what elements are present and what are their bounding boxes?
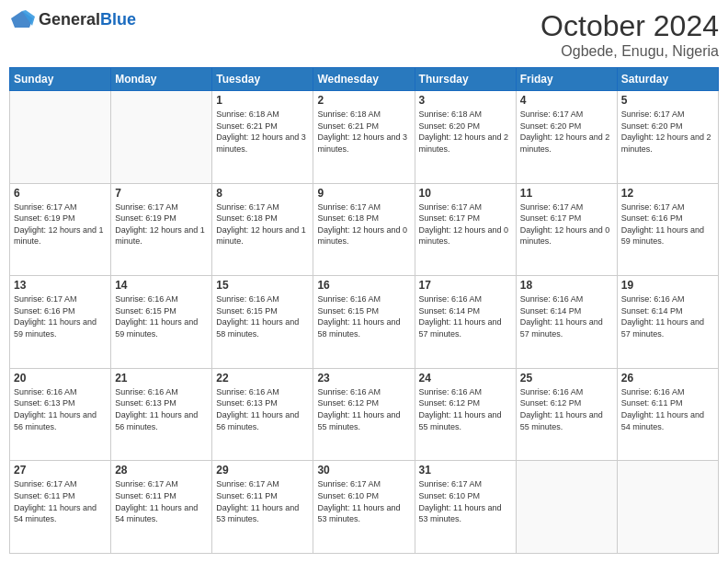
- calendar-cell: 17Sunrise: 6:16 AMSunset: 6:14 PMDayligh…: [415, 276, 516, 369]
- day-info: Sunrise: 6:17 AMSunset: 6:19 PMDaylight:…: [14, 201, 107, 247]
- month-title: October 2024: [540, 9, 719, 43]
- weekday-header: Sunday: [10, 68, 111, 91]
- day-number: 30: [317, 464, 410, 477]
- calendar-cell: 21Sunrise: 6:16 AMSunset: 6:13 PMDayligh…: [111, 368, 212, 461]
- day-info: Sunrise: 6:17 AMSunset: 6:18 PMDaylight:…: [317, 201, 410, 247]
- day-number: 8: [216, 187, 309, 200]
- calendar-cell: 29Sunrise: 6:17 AMSunset: 6:11 PMDayligh…: [212, 461, 313, 554]
- day-info: Sunrise: 6:16 AMSunset: 6:14 PMDaylight:…: [520, 293, 613, 339]
- calendar-cell: 20Sunrise: 6:16 AMSunset: 6:13 PMDayligh…: [10, 368, 111, 461]
- day-info: Sunrise: 6:17 AMSunset: 6:11 PMDaylight:…: [14, 478, 107, 524]
- day-number: 12: [621, 187, 714, 200]
- calendar-cell: 12Sunrise: 6:17 AMSunset: 6:16 PMDayligh…: [617, 183, 718, 276]
- logo-icon: [9, 9, 35, 29]
- calendar-cell: 5Sunrise: 6:17 AMSunset: 6:20 PMDaylight…: [617, 91, 718, 184]
- calendar-cell: 8Sunrise: 6:17 AMSunset: 6:18 PMDaylight…: [212, 183, 313, 276]
- day-info: Sunrise: 6:17 AMSunset: 6:19 PMDaylight:…: [115, 201, 208, 247]
- logo-general: General: [39, 10, 100, 29]
- day-info: Sunrise: 6:16 AMSunset: 6:14 PMDaylight:…: [621, 293, 714, 339]
- calendar-week-row: 13Sunrise: 6:17 AMSunset: 6:16 PMDayligh…: [10, 276, 719, 369]
- logo: GeneralBlue: [9, 9, 136, 29]
- day-number: 26: [621, 372, 714, 385]
- day-number: 19: [621, 279, 714, 292]
- calendar-week-row: 20Sunrise: 6:16 AMSunset: 6:13 PMDayligh…: [10, 368, 719, 461]
- day-info: Sunrise: 6:17 AMSunset: 6:10 PMDaylight:…: [419, 478, 512, 524]
- day-info: Sunrise: 6:17 AMSunset: 6:10 PMDaylight:…: [317, 478, 410, 524]
- day-info: Sunrise: 6:17 AMSunset: 6:16 PMDaylight:…: [14, 293, 107, 339]
- day-number: 23: [317, 372, 410, 385]
- day-info: Sunrise: 6:16 AMSunset: 6:12 PMDaylight:…: [419, 386, 512, 432]
- day-info: Sunrise: 6:18 AMSunset: 6:21 PMDaylight:…: [317, 109, 410, 155]
- calendar-cell: [10, 91, 111, 184]
- day-number: 2: [317, 94, 410, 107]
- day-number: 15: [216, 279, 309, 292]
- day-number: 7: [115, 187, 208, 200]
- day-info: Sunrise: 6:16 AMSunset: 6:15 PMDaylight:…: [216, 293, 309, 339]
- calendar-cell: 4Sunrise: 6:17 AMSunset: 6:20 PMDaylight…: [516, 91, 617, 184]
- calendar-table: SundayMondayTuesdayWednesdayThursdayFrid…: [9, 67, 719, 554]
- day-number: 27: [14, 464, 107, 477]
- logo-text: GeneralBlue: [39, 10, 136, 29]
- calendar-cell: 18Sunrise: 6:16 AMSunset: 6:14 PMDayligh…: [516, 276, 617, 369]
- logo-blue: Blue: [100, 10, 136, 29]
- calendar-cell: 31Sunrise: 6:17 AMSunset: 6:10 PMDayligh…: [415, 461, 516, 554]
- day-number: 4: [520, 94, 613, 107]
- calendar-week-row: 27Sunrise: 6:17 AMSunset: 6:11 PMDayligh…: [10, 461, 719, 554]
- page: GeneralBlue October 2024 Ogbede, Enugu, …: [0, 0, 728, 563]
- day-number: 1: [216, 94, 309, 107]
- calendar-week-row: 6Sunrise: 6:17 AMSunset: 6:19 PMDaylight…: [10, 183, 719, 276]
- day-info: Sunrise: 6:17 AMSunset: 6:17 PMDaylight:…: [520, 201, 613, 247]
- day-number: 9: [317, 187, 410, 200]
- weekday-header: Thursday: [415, 68, 516, 91]
- calendar-cell: 15Sunrise: 6:16 AMSunset: 6:15 PMDayligh…: [212, 276, 313, 369]
- calendar-cell: 6Sunrise: 6:17 AMSunset: 6:19 PMDaylight…: [10, 183, 111, 276]
- day-number: 11: [520, 187, 613, 200]
- calendar-cell: 28Sunrise: 6:17 AMSunset: 6:11 PMDayligh…: [111, 461, 212, 554]
- header: GeneralBlue October 2024 Ogbede, Enugu, …: [9, 9, 719, 60]
- calendar-cell: [111, 91, 212, 184]
- day-info: Sunrise: 6:17 AMSunset: 6:11 PMDaylight:…: [115, 478, 208, 524]
- day-number: 21: [115, 372, 208, 385]
- calendar-cell: 27Sunrise: 6:17 AMSunset: 6:11 PMDayligh…: [10, 461, 111, 554]
- day-number: 5: [621, 94, 714, 107]
- day-info: Sunrise: 6:16 AMSunset: 6:11 PMDaylight:…: [621, 386, 714, 432]
- day-info: Sunrise: 6:16 AMSunset: 6:12 PMDaylight:…: [520, 386, 613, 432]
- day-number: 6: [14, 187, 107, 200]
- calendar-cell: 3Sunrise: 6:18 AMSunset: 6:20 PMDaylight…: [415, 91, 516, 184]
- calendar-cell: 24Sunrise: 6:16 AMSunset: 6:12 PMDayligh…: [415, 368, 516, 461]
- day-number: 18: [520, 279, 613, 292]
- calendar-cell: 7Sunrise: 6:17 AMSunset: 6:19 PMDaylight…: [111, 183, 212, 276]
- day-number: 28: [115, 464, 208, 477]
- calendar-cell: 1Sunrise: 6:18 AMSunset: 6:21 PMDaylight…: [212, 91, 313, 184]
- calendar-cell: 23Sunrise: 6:16 AMSunset: 6:12 PMDayligh…: [313, 368, 415, 461]
- weekday-header: Tuesday: [212, 68, 313, 91]
- calendar-cell: 16Sunrise: 6:16 AMSunset: 6:15 PMDayligh…: [313, 276, 415, 369]
- day-info: Sunrise: 6:16 AMSunset: 6:15 PMDaylight:…: [317, 293, 410, 339]
- location: Ogbede, Enugu, Nigeria: [540, 43, 719, 60]
- day-info: Sunrise: 6:17 AMSunset: 6:17 PMDaylight:…: [419, 201, 512, 247]
- day-number: 13: [14, 279, 107, 292]
- day-number: 25: [520, 372, 613, 385]
- title-section: October 2024 Ogbede, Enugu, Nigeria: [540, 9, 719, 60]
- day-info: Sunrise: 6:16 AMSunset: 6:15 PMDaylight:…: [115, 293, 208, 339]
- calendar-cell: 13Sunrise: 6:17 AMSunset: 6:16 PMDayligh…: [10, 276, 111, 369]
- day-number: 20: [14, 372, 107, 385]
- calendar-body: 1Sunrise: 6:18 AMSunset: 6:21 PMDaylight…: [10, 91, 719, 554]
- day-info: Sunrise: 6:17 AMSunset: 6:16 PMDaylight:…: [621, 201, 714, 247]
- day-number: 29: [216, 464, 309, 477]
- calendar-cell: 30Sunrise: 6:17 AMSunset: 6:10 PMDayligh…: [313, 461, 415, 554]
- day-number: 24: [419, 372, 512, 385]
- calendar-cell: [617, 461, 718, 554]
- calendar-cell: 2Sunrise: 6:18 AMSunset: 6:21 PMDaylight…: [313, 91, 415, 184]
- weekday-header: Wednesday: [313, 68, 415, 91]
- day-info: Sunrise: 6:18 AMSunset: 6:20 PMDaylight:…: [419, 109, 512, 155]
- calendar-header: SundayMondayTuesdayWednesdayThursdayFrid…: [10, 68, 719, 91]
- day-info: Sunrise: 6:16 AMSunset: 6:13 PMDaylight:…: [115, 386, 208, 432]
- calendar-cell: 26Sunrise: 6:16 AMSunset: 6:11 PMDayligh…: [617, 368, 718, 461]
- day-info: Sunrise: 6:16 AMSunset: 6:13 PMDaylight:…: [14, 386, 107, 432]
- day-info: Sunrise: 6:16 AMSunset: 6:13 PMDaylight:…: [216, 386, 309, 432]
- calendar-cell: 11Sunrise: 6:17 AMSunset: 6:17 PMDayligh…: [516, 183, 617, 276]
- calendar-cell: 19Sunrise: 6:16 AMSunset: 6:14 PMDayligh…: [617, 276, 718, 369]
- weekday-header: Monday: [111, 68, 212, 91]
- calendar-cell: 22Sunrise: 6:16 AMSunset: 6:13 PMDayligh…: [212, 368, 313, 461]
